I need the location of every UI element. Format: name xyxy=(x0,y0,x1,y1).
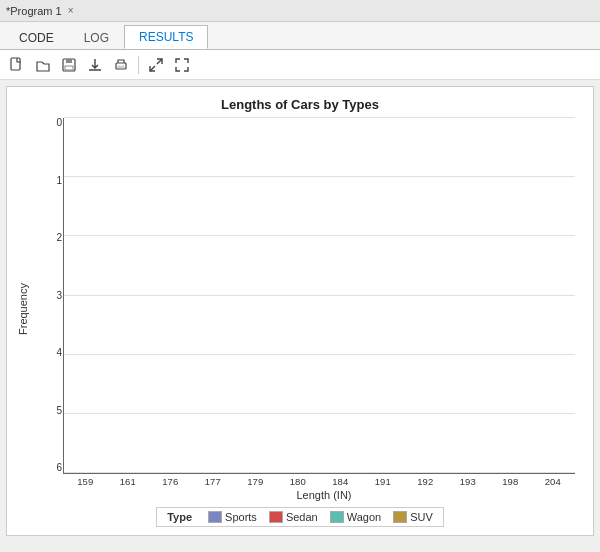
legend-label-sports: Sports xyxy=(225,511,257,523)
title-bar: *Program 1 × xyxy=(0,0,600,22)
svg-line-7 xyxy=(150,66,155,71)
svg-rect-3 xyxy=(65,66,73,70)
y-tick-label: 6 xyxy=(32,463,62,473)
tab-code[interactable]: CODE xyxy=(4,25,69,49)
y-tick-label: 2 xyxy=(32,233,62,243)
legend-swatch-wagon xyxy=(330,511,344,523)
svg-rect-2 xyxy=(66,59,72,63)
y-ticks: 6543210 xyxy=(32,118,62,473)
legend-swatch-sports xyxy=(208,511,222,523)
new-icon[interactable] xyxy=(6,54,28,76)
close-icon[interactable]: × xyxy=(68,5,74,16)
expand-icon[interactable] xyxy=(145,54,167,76)
download-icon[interactable] xyxy=(84,54,106,76)
tab-log[interactable]: LOG xyxy=(69,25,124,49)
chart-container: Lengths of Cars by Types Frequency 65432… xyxy=(6,86,594,536)
gridline xyxy=(64,117,575,118)
x-axis-title: Length (IN) xyxy=(63,489,585,501)
gridline xyxy=(64,472,575,473)
toolbar-separator xyxy=(138,56,139,74)
svg-line-6 xyxy=(157,59,162,64)
x-label: 193 xyxy=(450,474,487,487)
chart-area: Frequency 6543210 1591611761771791801841… xyxy=(15,118,585,501)
y-tick-label: 0 xyxy=(32,118,62,128)
legend-swatch-sedan xyxy=(269,511,283,523)
svg-rect-0 xyxy=(11,58,20,70)
tabs-row: CODE LOG RESULTS xyxy=(0,22,600,50)
y-tick-label: 3 xyxy=(32,291,62,301)
open-icon[interactable] xyxy=(32,54,54,76)
fullscreen-icon[interactable] xyxy=(171,54,193,76)
legend-item-wagon: Wagon xyxy=(330,511,381,523)
x-label: 161 xyxy=(110,474,147,487)
legend-label-suv: SUV xyxy=(410,511,433,523)
legend-item-sports: Sports xyxy=(208,511,257,523)
x-label: 159 xyxy=(67,474,104,487)
title-bar-text: *Program 1 xyxy=(6,5,62,17)
y-tick-label: 1 xyxy=(32,176,62,186)
x-label: 177 xyxy=(195,474,232,487)
save-icon[interactable] xyxy=(58,54,80,76)
legend-item-sedan: Sedan xyxy=(269,511,318,523)
x-label: 198 xyxy=(492,474,529,487)
legend-swatch-suv xyxy=(393,511,407,523)
x-label: 180 xyxy=(280,474,317,487)
plot-area: 6543210 xyxy=(63,118,575,474)
legend-item-suv: SUV xyxy=(393,511,433,523)
gridline xyxy=(64,354,575,355)
chart-inner: 6543210 15916117617717918018419119219319… xyxy=(33,118,585,501)
svg-rect-5 xyxy=(118,66,124,68)
gridline xyxy=(64,295,575,296)
x-label: 176 xyxy=(152,474,189,487)
legend-label-wagon: Wagon xyxy=(347,511,381,523)
x-label: 184 xyxy=(322,474,359,487)
bars-area xyxy=(64,118,575,473)
y-tick-label: 4 xyxy=(32,348,62,358)
gridline xyxy=(64,413,575,414)
tab-results[interactable]: RESULTS xyxy=(124,25,208,49)
legend-label-sedan: Sedan xyxy=(286,511,318,523)
x-label: 191 xyxy=(365,474,402,487)
gridline xyxy=(64,176,575,177)
x-label: 204 xyxy=(535,474,572,487)
chart-title: Lengths of Cars by Types xyxy=(221,97,379,112)
x-label: 192 xyxy=(407,474,444,487)
y-axis-label: Frequency xyxy=(15,118,31,501)
toolbar xyxy=(0,50,600,80)
gridline xyxy=(64,235,575,236)
y-tick-label: 5 xyxy=(32,406,62,416)
x-label: 179 xyxy=(237,474,274,487)
print-icon[interactable] xyxy=(110,54,132,76)
x-labels: 159161176177179180184191192193198204 xyxy=(63,474,575,487)
chart-legend: Type Sports Sedan Wagon SUV xyxy=(156,507,444,527)
legend-title: Type xyxy=(167,511,192,523)
